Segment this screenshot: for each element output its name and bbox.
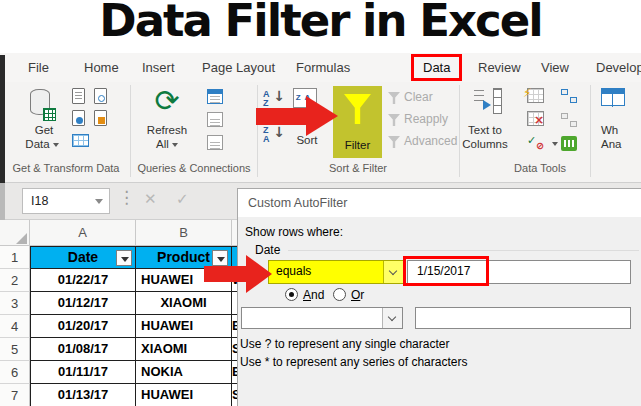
tab-data-active[interactable]: Data (411, 54, 462, 81)
remove-duplicates-icon[interactable]: × (527, 111, 544, 126)
from-web-icon[interactable] (72, 110, 85, 126)
filter-button[interactable]: Filter (333, 86, 382, 158)
cell-date[interactable]: 01/11/17 (30, 361, 136, 384)
row-number[interactable]: 7 (0, 384, 30, 406)
name-box[interactable]: I18 (22, 188, 110, 214)
group-label-queries: Queries & Connections (131, 162, 257, 176)
flash-fill-icon[interactable]: ⚡ (527, 88, 544, 103)
data-model-icon[interactable] (561, 136, 577, 151)
wildcard-hint-series: Use * to represent any series of charact… (240, 355, 467, 369)
page-title: Data Filter in Excel (0, 0, 641, 47)
column-header-a[interactable]: A (30, 220, 136, 246)
annotation-box-value (403, 256, 489, 286)
from-text-csv-icon[interactable] (72, 88, 85, 104)
clear-button[interactable]: Clear (404, 90, 433, 104)
tab-home[interactable]: Home (84, 53, 119, 82)
database-icon (30, 87, 56, 121)
advanced-button[interactable]: Advanced (404, 134, 457, 148)
condition1-dropdown[interactable]: equals (268, 260, 404, 284)
column-header-row: A B (0, 220, 237, 246)
show-rows-label: Show rows where: (245, 225, 343, 239)
reapply-button[interactable]: Reapply (404, 112, 448, 126)
filter-dropdown-icon[interactable] (116, 250, 132, 266)
tab-insert[interactable]: Insert (142, 53, 175, 82)
row-number[interactable]: 3 (0, 292, 30, 315)
dropdown-caret-icon (552, 142, 558, 146)
combo-chevron-icon[interactable] (382, 308, 402, 328)
row-number[interactable]: 5 (0, 338, 30, 361)
row-number[interactable]: 1 (0, 246, 30, 269)
group-label-data-tools: Data Tools (470, 162, 610, 176)
cell-date[interactable]: 01/08/17 (30, 338, 136, 361)
existing-connections-icon[interactable] (72, 134, 89, 147)
screenshot-root: Data Filter in Excel File Home Insert Pa… (0, 0, 641, 406)
row-number[interactable]: 4 (0, 315, 30, 338)
combo-chevron-icon[interactable] (383, 261, 403, 283)
recent-sources-icon[interactable] (94, 88, 107, 104)
select-all-corner[interactable] (0, 220, 30, 246)
wildcard-hint-single: Use ? to represent any single character (240, 337, 449, 351)
cell-date[interactable]: 01/12/17 (30, 292, 136, 315)
dialog-title: Custom AutoFilter (248, 196, 347, 210)
tab-file[interactable]: File (28, 53, 49, 82)
refresh-icon: ⟳ (150, 84, 184, 118)
condition2-dropdown[interactable] (241, 307, 403, 329)
formula-dots-icon: ⋮ (118, 187, 135, 208)
cell-product[interactable]: XIAOMI (136, 292, 232, 315)
cell-product[interactable]: NOKIA (136, 361, 232, 384)
tab-developer[interactable]: Developer (596, 53, 641, 82)
group-line (288, 250, 639, 251)
name-box-caret-icon[interactable] (95, 199, 103, 204)
cell-product[interactable]: XIAOMI (136, 338, 232, 361)
custom-autofilter-dialog: Custom AutoFilter Show rows where: Date … (237, 188, 641, 406)
row-number[interactable]: 6 (0, 361, 30, 384)
what-if-icon (601, 88, 625, 106)
edit-links-icon[interactable] (207, 135, 223, 150)
tab-page-layout[interactable]: Page Layout (202, 53, 275, 82)
cell-date[interactable]: 01/22/17 (30, 269, 136, 292)
dropdown-caret-icon (53, 143, 59, 147)
row-number[interactable]: 2 (0, 269, 30, 292)
cell-product[interactable]: HUAWEI (136, 315, 232, 338)
radio-and[interactable] (285, 288, 298, 301)
funnel-icon (344, 94, 371, 124)
annotation-arrow-filter (256, 96, 338, 136)
column-header-b[interactable]: B (136, 220, 232, 246)
cell-product[interactable]: HUAWEI (136, 384, 232, 406)
dialog-title-bar[interactable]: Custom AutoFilter (238, 189, 641, 217)
cancel-icon[interactable]: ✕ (144, 190, 157, 208)
annotation-arrow-equals (204, 255, 272, 293)
radio-and-label[interactable]: And (303, 288, 324, 302)
header-cell-date[interactable]: Date (30, 246, 136, 269)
properties-icon[interactable] (207, 112, 223, 127)
ribbon-tab-bar: File Home Insert Page Layout Formulas Da… (0, 53, 641, 82)
radio-or[interactable] (333, 288, 346, 301)
reapply-funnel-icon (388, 114, 400, 126)
tab-view[interactable]: View (541, 53, 569, 82)
cell-date[interactable]: 01/20/17 (30, 315, 136, 338)
tab-review[interactable]: Review (478, 53, 521, 82)
group-label-sort-filter: Sort & Filter (258, 162, 458, 176)
value2-input[interactable] (415, 307, 631, 329)
radio-or-label[interactable]: Or (351, 288, 364, 302)
group-label-get-transform: Get & Transform Data (2, 162, 130, 176)
clear-funnel-icon (388, 92, 400, 104)
relationships-icon[interactable] (561, 113, 577, 127)
advanced-funnel-icon (388, 136, 400, 148)
queries-panel-icon[interactable] (207, 89, 223, 104)
from-table-range-icon[interactable] (94, 110, 107, 126)
dropdown-caret-icon (172, 143, 178, 147)
cell-date[interactable]: 01/13/17 (30, 384, 136, 406)
text-to-columns-icon (474, 88, 502, 114)
enter-icon[interactable]: ✓ (176, 190, 189, 208)
consolidate-icon[interactable] (561, 89, 577, 103)
window-edge (0, 183, 5, 220)
tab-formulas[interactable]: Formulas (296, 53, 350, 82)
